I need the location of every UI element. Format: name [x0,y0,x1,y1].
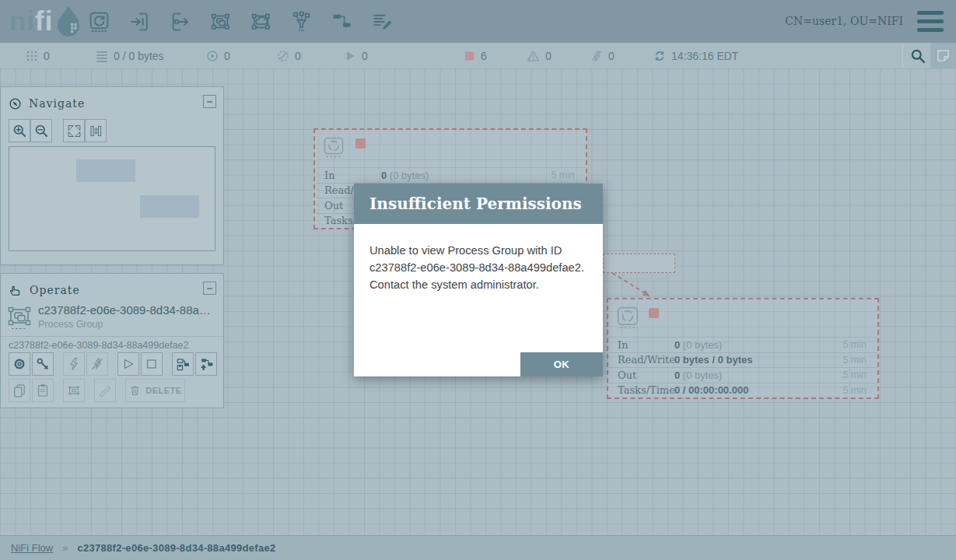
key-icon [35,356,51,372]
gear-icon [12,356,27,372]
stat-window: 5 min [842,355,867,366]
status-last-refresh: 14:36:16 EDT [653,43,738,68]
refresh-time: 14:36:16 EDT [671,50,738,62]
stat-label: Read/Write [618,354,674,366]
processor-ghost-icon [323,136,345,159]
start-button[interactable] [117,352,139,376]
configure-button[interactable] [9,352,30,376]
breadcrumb-root-link[interactable]: NiFi Flow [11,542,53,554]
paste-button[interactable] [32,379,54,402]
breadcrumb: NiFi Flow » c23788f2-e06e-3089-8d34-88a4… [0,535,956,560]
stat-row-in: In 0 (0 bytes) 5 min [315,167,586,183]
disable-button[interactable] [86,352,108,376]
status-running: 0 [345,43,368,68]
upload-template-button[interactable] [195,352,217,376]
template-upload-icon [198,356,214,372]
search-button[interactable] [910,48,926,64]
status-stopped: 6 [464,43,487,68]
stat-label: In [324,170,381,181]
lightning-slash-icon [89,356,105,372]
operate-buttons-row-2: DELETE [9,379,185,402]
stop-button[interactable] [141,352,163,376]
stopped-square-icon [464,50,475,62]
ok-button[interactable]: OK [520,352,603,376]
toolbar-input-port[interactable] [129,10,150,33]
toolbar-remote-process-group[interactable] [250,10,271,33]
operate-collapse-button[interactable] [203,282,216,295]
delete-button[interactable]: DELETE [125,379,185,402]
transmitting-count: 0 [224,50,230,62]
restricted-component-2[interactable]: In 0 (0 bytes) 5 min Read/Write 0 bytes … [607,298,879,399]
toolbar-funnel[interactable] [291,10,312,33]
disabled-count: 0 [608,50,615,62]
create-template-button[interactable] [172,352,194,376]
toolbar-processor[interactable] [89,10,110,33]
toolbar-template[interactable] [331,10,352,33]
toolbar-label[interactable] [372,10,393,33]
app-header: nifi [0,0,956,43]
compass-icon [9,97,22,110]
output-port-icon [170,11,191,33]
navigate-collapse-button[interactable] [203,95,216,108]
bulletin-board-button[interactable] [930,43,956,68]
toolbar-output-port[interactable] [170,10,191,33]
change-color-button[interactable] [94,379,116,402]
hand-pointer-icon [9,283,23,297]
nifi-logo[interactable]: nifi [9,5,83,39]
global-menu-button[interactable] [917,11,944,32]
status-transmitting: 0 [206,43,230,68]
transmitting-icon [206,50,219,62]
operate-buttons-row-1 [9,352,217,376]
stat-value: 0 [674,339,680,351]
group-button[interactable] [63,379,85,402]
group-components-icon [66,383,82,398]
paint-brush-icon [97,383,113,398]
birdseye-component [140,195,199,218]
menu-bar [917,11,944,15]
selection-type: Process Group [38,319,212,330]
stat-value: 0 bytes / 0 bytes [674,354,752,366]
zoom-out-button[interactable] [30,119,52,142]
dialog-title: Insufficient Permissions [369,194,582,213]
stat-extra: (0 bytes) [683,369,723,381]
zoom-fit-button[interactable] [63,119,85,142]
birdseye-component [76,159,135,182]
stat-window: 5 min [842,385,867,396]
template-save-icon [175,356,191,372]
copy-button[interactable] [9,379,30,402]
toolbar-process-group[interactable] [210,10,231,33]
stop-square-icon [144,356,159,372]
stat-window: 5 min [842,339,867,350]
access-policies-button[interactable] [32,352,54,376]
stopped-status-square [649,308,659,318]
stat-value: 0 [381,170,387,181]
birdseye-map[interactable] [9,146,215,251]
process-group-icon [7,303,32,331]
menu-bar [917,19,944,23]
stat-window: 5 min [551,170,575,180]
selected-component: c23788f2-e06e-3089-8d34-88a499defae2 Pro… [7,303,212,331]
stat-value: 0 [674,369,680,381]
dialog-body: Unable to view Process Group with ID c23… [354,224,603,376]
insufficient-permissions-dialog: Insufficient Permissions Unable to view … [354,184,603,376]
stat-label: Out [618,369,674,381]
navigate-buttons [9,119,107,142]
menu-bar [917,28,944,32]
status-disabled: 0 [590,43,615,68]
invalid-count: 0 [545,50,552,62]
not-transmitting-icon [277,50,289,62]
funnel-icon [291,11,312,33]
zoom-in-button[interactable] [9,119,30,142]
stat-extra: (0 bytes) [683,339,723,351]
stat-label: Tasks/Time [618,384,674,396]
queued-list-icon [96,50,108,62]
status-active-threads: 0 [26,43,50,68]
one-to-one-icon [88,123,104,139]
disabled-bolt-slash-icon [590,50,603,62]
breadcrumb-current: c23788f2-e06e-3089-8d34-88a499defae2 [77,542,275,554]
current-user: CN=user1, OU=NIFI [785,15,903,27]
trash-icon [128,383,142,397]
zoom-actual-size-button[interactable] [85,119,107,142]
enable-button[interactable] [63,352,85,376]
breadcrumb-separator: » [62,542,68,554]
